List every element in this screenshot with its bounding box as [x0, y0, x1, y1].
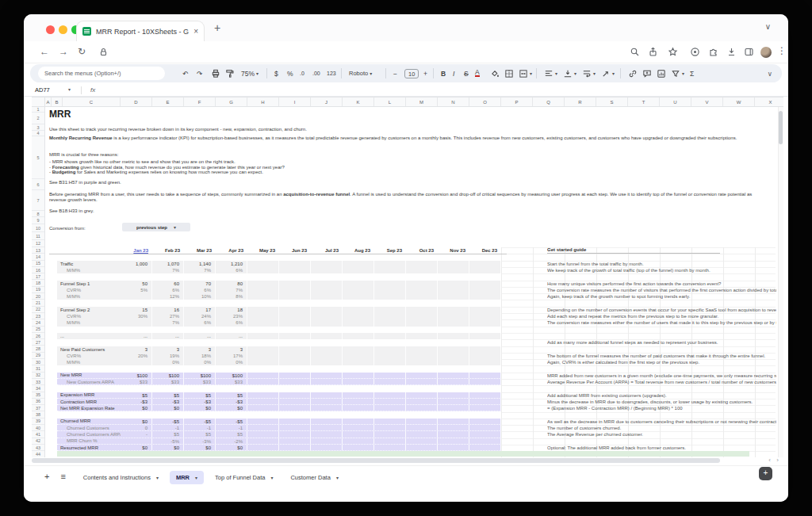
column-header-M[interactable]: M — [406, 97, 438, 106]
horizontal-scrollbar[interactable]: ‹ › — [32, 458, 783, 464]
vertical-scrollbar-thumb[interactable] — [779, 111, 783, 144]
text-wrap-icon[interactable]: ▾ — [582, 68, 596, 78]
month-header[interactable]: Jan 23 — [121, 248, 152, 253]
column-header-U[interactable]: U — [660, 97, 691, 106]
font-select[interactable]: Roboto▾ — [349, 68, 372, 78]
column-header-N[interactable]: N — [438, 97, 469, 106]
undo-icon[interactable]: ↶ — [182, 68, 188, 78]
fill-color-icon[interactable] — [490, 68, 500, 78]
text-color-icon[interactable]: A — [475, 68, 480, 77]
month-header[interactable]: Nov 23 — [438, 248, 469, 253]
profile-badge-icon[interactable] — [690, 47, 700, 57]
column-header-V[interactable]: V — [691, 97, 723, 106]
vertical-scrollbar[interactable] — [778, 107, 783, 457]
column-header-L[interactable]: L — [374, 97, 406, 106]
row-header-22[interactable]: 22 — [32, 307, 44, 313]
row-header-41[interactable]: 41 — [32, 431, 44, 438]
column-header-E[interactable]: E — [152, 97, 184, 106]
column-header-T[interactable]: T — [628, 97, 660, 106]
new-tab-button[interactable]: + — [214, 21, 220, 34]
traffic-light-minimize[interactable] — [59, 25, 67, 34]
paint-format-icon[interactable] — [225, 68, 235, 78]
tab-search-chevron-icon[interactable]: ∨ — [765, 22, 771, 31]
column-header-G[interactable]: G — [216, 97, 247, 106]
increase-font-size-icon[interactable]: + — [423, 68, 427, 78]
table-row[interactable]: CVR%5%6%6%7% — [57, 287, 501, 293]
month-header[interactable]: Dec 23 — [469, 248, 501, 253]
column-header-H[interactable]: H — [247, 97, 279, 106]
sheet-tab-mrr[interactable]: MRR▾ — [170, 471, 204, 484]
row-header-40[interactable]: 40 — [32, 425, 44, 431]
row-header-2[interactable]: 2 — [32, 113, 44, 124]
table-row[interactable]: Churned MRR$0-$5-$5-$5 — [57, 419, 501, 425]
table-row[interactable]: M/M%7%6%6% — [57, 319, 501, 326]
row-header-4[interactable]: 4 — [32, 131, 44, 136]
row-header-3[interactable]: 3 — [32, 124, 44, 131]
row-header-13[interactable]: 13 — [32, 247, 44, 254]
month-header[interactable]: Oct 23 — [406, 248, 438, 253]
add-sheet-icon[interactable]: + — [44, 472, 49, 481]
italic-icon[interactable]: I — [453, 68, 454, 78]
table-row[interactable]: Resurrected MRR$0$0$0$0 — [57, 445, 501, 451]
column-header-D[interactable]: D — [121, 97, 152, 106]
month-header[interactable]: Sep 23 — [374, 248, 406, 253]
side-panel-icon[interactable] — [744, 47, 754, 57]
reload-icon[interactable]: ↻ — [78, 46, 86, 57]
column-header-X[interactable]: X — [755, 97, 783, 106]
vertical-align-icon[interactable]: ▾ — [563, 68, 576, 78]
zoom-select[interactable]: 75%▾ — [241, 68, 259, 78]
row-header-7[interactable]: 7 — [32, 190, 44, 211]
table-row[interactable]: Funnel Step 215161718 — [57, 307, 501, 313]
row-header-37[interactable]: 37 — [32, 405, 44, 411]
column-header-Q[interactable]: Q — [533, 97, 565, 106]
column-header-K[interactable]: K — [343, 97, 374, 106]
row-header-24[interactable]: 24 — [32, 319, 44, 326]
menu-search-input[interactable]: Search the menus (Option+/) — [38, 67, 165, 80]
browser-tab[interactable]: MRR Report - 10XSheets - Goo × — [76, 21, 205, 41]
column-header-F[interactable]: F — [184, 97, 216, 106]
row-header-42[interactable]: 42 — [32, 438, 44, 445]
row-header-21[interactable]: 21 — [32, 300, 44, 306]
borders-icon[interactable] — [504, 68, 514, 78]
row-header-16[interactable]: 16 — [32, 267, 44, 273]
forward-icon[interactable]: → — [59, 46, 68, 57]
table-row[interactable]: Churned Customers0-1-1-1 — [57, 425, 501, 431]
conversion-from-dropdown[interactable]: previous step▾ — [122, 223, 190, 231]
insert-comment-icon[interactable] — [642, 68, 652, 78]
sheet-tab-customer-data[interactable]: Customer Data▾ — [284, 471, 344, 484]
traffic-light-close[interactable] — [46, 25, 55, 34]
font-size-input[interactable]: 10 — [404, 68, 419, 78]
decrease-decimals-icon[interactable]: .0 — [300, 68, 304, 78]
table-row[interactable]: Funnel Step 150607080 — [57, 281, 501, 287]
row-header-19[interactable]: 19 — [32, 287, 44, 293]
table-row[interactable]: Contraction MRR-$3-$3-$3-$3 — [57, 399, 501, 405]
month-header[interactable]: Jul 23 — [311, 248, 343, 253]
row-header-6[interactable]: 6 — [32, 179, 44, 190]
month-header[interactable]: Apr 23 — [216, 248, 247, 253]
table-row[interactable]: Traffic1,0001,0701,1401,210 — [57, 261, 501, 267]
table-row[interactable]: M/M%7%7%6% — [57, 267, 501, 273]
bold-icon[interactable]: B — [441, 68, 446, 78]
row-header-28[interactable]: 28 — [32, 346, 44, 352]
profile-avatar[interactable] — [760, 47, 772, 58]
table-row[interactable]: New MRR$100$100$100$100 — [57, 373, 501, 379]
select-all-corner[interactable] — [32, 97, 45, 106]
filter-icon[interactable]: ▾ — [671, 68, 684, 78]
increase-decimals-icon[interactable]: .00 — [312, 68, 320, 78]
row-header-14[interactable]: 14 — [32, 254, 44, 260]
row-header-8[interactable]: 8 — [32, 211, 44, 217]
row-header-26[interactable]: 26 — [32, 333, 44, 339]
format-currency-icon[interactable]: $ — [274, 68, 278, 78]
merge-cells-icon[interactable]: ▾ — [519, 68, 532, 78]
row-header-33[interactable]: 33 — [32, 379, 44, 385]
strikethrough-icon[interactable]: S — [464, 68, 469, 78]
row-header-32[interactable]: 32 — [32, 373, 44, 379]
row-header-1[interactable]: 1 — [32, 107, 44, 113]
share-icon[interactable] — [648, 47, 658, 57]
row-header-11[interactable]: 11 — [32, 232, 44, 240]
column-header-I[interactable]: I — [279, 97, 311, 106]
search-icon[interactable] — [630, 47, 640, 57]
row-header-35[interactable]: 35 — [32, 392, 44, 399]
table-row[interactable]: ............... — [57, 333, 501, 339]
row-header-39[interactable]: 39 — [32, 419, 44, 425]
